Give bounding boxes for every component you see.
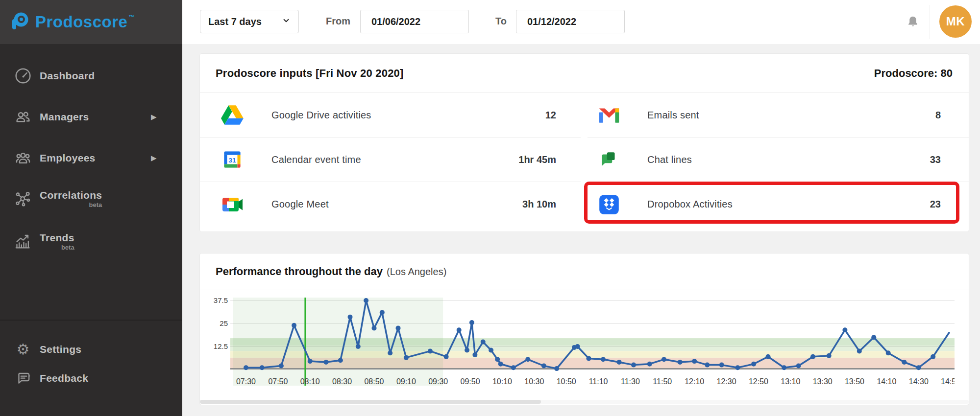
managers-icon <box>12 106 34 128</box>
chart-data-point <box>871 335 876 340</box>
chart-data-point <box>244 365 248 370</box>
y-axis-tick-label: 12.5 <box>214 342 228 350</box>
x-axis-tick-label: 11:10 <box>589 377 608 386</box>
dashboard-icon <box>12 65 34 87</box>
metric-row-calendar-event-time[interactable]: 31Calendar event time1hr 45m <box>200 138 581 182</box>
x-axis-tick-label: 12:10 <box>685 377 704 386</box>
metrics-grid: Google Drive activities12Emails sent831C… <box>200 93 969 227</box>
sidebar-item-managers[interactable]: Managers▶ <box>0 103 182 131</box>
metric-row-emails-sent[interactable]: Emails sent8 <box>588 93 969 138</box>
chart-data-point <box>260 365 265 370</box>
chart-data-point <box>279 364 284 369</box>
prodoscore-inputs-card: Prodoscore inputs [Fri Nov 20 2020] Prod… <box>200 54 969 231</box>
chart-data-point <box>465 348 469 353</box>
x-axis-tick-label: 10:30 <box>524 377 544 386</box>
chart-data-point <box>587 356 591 361</box>
chart-data-point <box>554 366 559 371</box>
x-axis-tick-label: 08:30 <box>332 377 352 386</box>
sidebar-item-feedback[interactable]: Feedback <box>0 365 182 392</box>
metric-row-chat-lines[interactable]: Chat lines33 <box>588 138 969 182</box>
prodoscore-logo[interactable]: Prodoscore ™ <box>0 0 182 44</box>
chart-title: Performance throughout the day <box>216 265 383 278</box>
metric-label: Chat lines <box>647 154 692 165</box>
sidebar-item-label: Employees <box>40 152 96 164</box>
gmail-icon <box>597 103 621 127</box>
chart-data-point <box>735 365 740 370</box>
x-axis-tick-label: 14:30 <box>909 377 929 386</box>
metric-row-google-meet[interactable]: Google Meet3h 10m <box>200 182 581 227</box>
chart-data-point <box>323 360 328 365</box>
metric-label: Google Meet <box>271 199 329 210</box>
date-range-value: Last 7 days <box>208 16 262 27</box>
y-axis-tick-label: 25 <box>220 319 228 327</box>
trends-icon <box>12 230 34 253</box>
beta-badge: beta <box>40 244 74 251</box>
metric-value: 23 <box>930 199 941 210</box>
x-axis-tick-label: 10:10 <box>492 377 512 386</box>
x-axis-tick-label: 13:50 <box>845 377 864 386</box>
performance-chart-card: Performance throughout the day (Los Ange… <box>200 254 969 405</box>
metric-label: Google Drive activities <box>271 110 371 121</box>
x-axis-tick-label: 13:10 <box>781 377 800 386</box>
chart-area: 07:3007:5008:1008:3008:5009:1009:3009:50… <box>200 290 969 401</box>
chart-data-point <box>444 354 449 359</box>
metric-row-dropobox-activities[interactable]: Dropobox Activities23 <box>588 182 969 227</box>
x-axis-tick-label: 14:10 <box>877 377 896 386</box>
svg-text:31: 31 <box>228 157 236 164</box>
sidebar: Prodoscore ™ DashboardManagers▶Employees… <box>0 0 182 416</box>
chart-data-point <box>782 365 786 370</box>
metric-value: 33 <box>930 154 941 165</box>
x-axis-tick-label: 11:50 <box>653 377 672 386</box>
sidebar-item-label: Dashboard <box>40 70 95 82</box>
chart-data-point <box>428 348 433 353</box>
sidebar-item-label: Feedback <box>40 372 88 384</box>
from-label: From <box>326 16 350 27</box>
sidebar-item-settings[interactable]: ⚙Settings <box>0 336 182 363</box>
user-avatar[interactable]: MK <box>939 5 972 38</box>
sidebar-item-label: Settings <box>40 344 81 355</box>
notifications-bell-icon[interactable] <box>903 12 923 32</box>
metric-row-google-drive-activities[interactable]: Google Drive activities12 <box>200 93 581 138</box>
chart-data-point <box>766 354 771 359</box>
date-range-select[interactable]: Last 7 days <box>200 10 299 33</box>
inputs-card-header: Prodoscore inputs [Fri Nov 20 2020] Prod… <box>200 54 969 93</box>
metric-label: Dropobox Activities <box>647 199 733 210</box>
chart-subtitle: (Los Angeles) <box>387 266 446 277</box>
x-axis-tick-label: 07:30 <box>236 377 256 386</box>
metric-value: 1hr 45m <box>518 154 556 165</box>
chart-data-point <box>692 359 697 364</box>
chart-data-point <box>631 363 636 368</box>
sidebar-item-correlations[interactable]: Correlationsbeta <box>0 185 182 212</box>
chart-scrollbar-thumb[interactable] <box>200 400 541 404</box>
chart-data-point <box>857 348 862 353</box>
topbar: Last 7 days From 01/06/2022 To 01/12/202… <box>182 0 980 44</box>
dropbox-icon <box>597 193 621 216</box>
chart-data-point <box>356 344 361 349</box>
sidebar-item-trends[interactable]: Trendsbeta <box>0 228 182 255</box>
metric-value: 8 <box>935 110 941 121</box>
sidebar-item-dashboard[interactable]: Dashboard <box>0 62 182 90</box>
performance-chart: 07:3007:5008:1008:3008:5009:1009:3009:50… <box>200 290 969 401</box>
chart-data-point <box>498 362 503 367</box>
chevron-right-icon: ▶ <box>151 113 157 121</box>
chart-data-point <box>308 359 313 364</box>
x-axis-tick-label: 07:50 <box>268 377 288 386</box>
chart-data-point <box>457 327 462 332</box>
chart-data-point <box>372 325 377 330</box>
correlations-icon <box>12 187 34 210</box>
chart-data-point <box>364 298 368 303</box>
settings-icon: ⚙ <box>12 338 34 361</box>
sidebar-divider <box>0 320 182 321</box>
chart-data-point <box>751 362 756 367</box>
chart-data-point <box>617 360 622 365</box>
chart-data-point <box>348 315 353 320</box>
chart-data-point <box>388 350 392 355</box>
to-date-input[interactable]: 01/12/2022 <box>516 10 625 33</box>
sidebar-item-employees[interactable]: Employees▶ <box>0 144 182 172</box>
chart-data-point <box>810 354 815 359</box>
from-date-input[interactable]: 01/06/2022 <box>360 10 469 33</box>
metric-label: Emails sent <box>647 110 699 121</box>
x-axis-tick-label: 12:30 <box>717 377 736 386</box>
metric-label: Calendar event time <box>271 154 361 165</box>
inputs-card-title: Prodoscore inputs [Fri Nov 20 2020] <box>216 67 404 80</box>
